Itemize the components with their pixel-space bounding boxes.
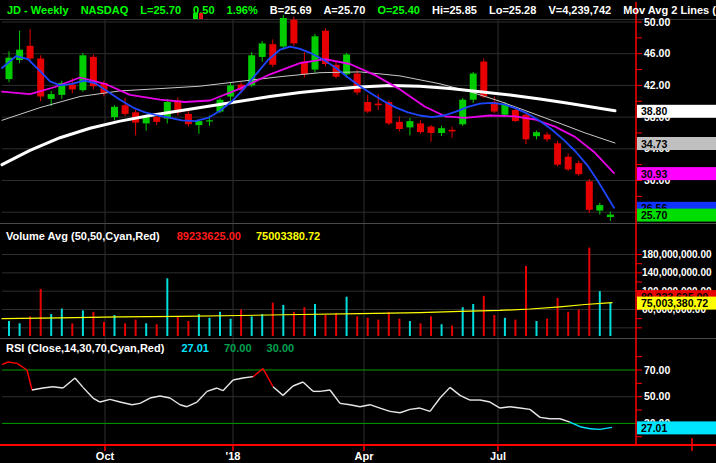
volume-bar xyxy=(177,316,179,336)
rsi-pane-label: RSI (Close,14,30,70,Cyan,Red) 27.01 70.0… xyxy=(6,342,294,354)
volume-bar xyxy=(187,321,189,336)
volume-bar xyxy=(82,310,84,336)
candlestick-body xyxy=(312,36,319,69)
volume-bar xyxy=(230,319,232,336)
volume-bar xyxy=(71,323,73,336)
low-price: Lo=25.28 xyxy=(489,4,536,16)
exchange-label: NASDAQ xyxy=(81,4,129,16)
volume-bar xyxy=(557,298,559,336)
candlestick-body xyxy=(533,132,540,136)
up-tick-marker-icon xyxy=(193,13,198,19)
volume-bar xyxy=(114,315,116,336)
candlestick-body xyxy=(79,55,86,90)
rsi-badge-text: 27.01 xyxy=(641,422,667,434)
volume-bar xyxy=(61,309,63,336)
volume-bar xyxy=(409,321,411,336)
volume-bar xyxy=(135,320,137,336)
volume-bar xyxy=(599,291,601,336)
volume-bar xyxy=(493,315,495,336)
volume-bar xyxy=(567,312,569,336)
candlestick-body xyxy=(596,205,603,211)
rsi-value: 27.01 xyxy=(181,342,209,354)
volume-bar xyxy=(377,320,379,336)
candlestick-body xyxy=(259,43,266,57)
chart-window: 50.0046.0042.0038.0034.0030.0026.00180,0… xyxy=(0,0,716,463)
volume-bar xyxy=(441,324,443,336)
candlestick-body xyxy=(449,130,456,132)
time-axis-label: Jul xyxy=(490,450,506,462)
volume-bar xyxy=(388,312,390,336)
volume-bar xyxy=(40,289,42,336)
volume-bar xyxy=(504,318,506,336)
candlestick-body xyxy=(607,215,614,217)
candlestick-body xyxy=(364,102,371,112)
volume-bar xyxy=(29,316,31,336)
rsi-upper-level: 70.00 xyxy=(224,342,252,354)
volume-bar xyxy=(367,318,369,336)
candlestick-body xyxy=(195,121,202,125)
candlestick-body xyxy=(122,105,129,114)
price-badge-text: 25.70 xyxy=(641,209,667,221)
candlestick-body xyxy=(48,94,55,99)
candlestick-body xyxy=(185,114,192,124)
candlestick-body xyxy=(459,100,466,125)
volume-pane-label: Volume Avg (50,50,Cyan,Red) 89233625.00 … xyxy=(6,230,320,242)
volume-bar xyxy=(356,316,358,336)
rsi-axis-label: 50.00 xyxy=(644,390,670,402)
candlestick-body xyxy=(280,18,287,47)
candlestick-body xyxy=(470,74,477,100)
volume-bar xyxy=(420,323,422,336)
volume-bar xyxy=(198,314,200,336)
volume-bar xyxy=(483,296,485,336)
open-price: O=25.40 xyxy=(377,4,420,16)
volume-bar xyxy=(325,315,327,336)
rsi-axis-label: 70.00 xyxy=(644,364,670,376)
candlestick-body xyxy=(438,128,445,133)
rsi-indicator-label[interactable]: RSI (Close,14,30,70,Cyan,Red) xyxy=(6,342,164,354)
volume-bar xyxy=(525,266,527,336)
high-price: Hi=25.85 xyxy=(432,4,477,16)
percent-change: 1.96% xyxy=(227,4,258,16)
volume-bar xyxy=(209,318,211,336)
volume-avg2-value: 75003380.72 xyxy=(256,230,320,242)
volume-bar xyxy=(314,304,316,336)
volume-bar xyxy=(261,314,263,336)
volume-bar xyxy=(145,323,147,336)
candlestick-body xyxy=(206,120,213,121)
candlestick-body xyxy=(111,107,118,117)
volume-axis-label: 180,000,000.00 xyxy=(642,249,712,260)
candlestick-body xyxy=(417,123,424,132)
price-badge-text: 34.73 xyxy=(641,138,667,150)
volume-bar xyxy=(272,303,274,336)
time-axis-label: Apr xyxy=(355,450,375,462)
quote-header: JD - Weekly NASDAQ L=25.70 0.50 1.96% B=… xyxy=(7,4,716,16)
volume-bar xyxy=(166,278,168,336)
volume-bar xyxy=(124,323,126,336)
price-axis-label: 42.00 xyxy=(644,79,670,91)
volume-bar xyxy=(346,297,348,336)
volume-bar xyxy=(103,322,105,336)
volume-bar xyxy=(293,312,295,336)
time-axis-label: '18 xyxy=(226,450,241,462)
candlestick-body xyxy=(396,122,403,129)
rsi-line-segment xyxy=(590,429,600,430)
volume-bar xyxy=(430,316,432,336)
volume-value: V=4,239,742 xyxy=(548,4,611,16)
candlestick-body xyxy=(69,85,76,90)
volume-bar xyxy=(156,324,158,336)
down-tick-marker-icon xyxy=(199,13,203,19)
candlestick-body xyxy=(290,20,297,44)
volume-bar xyxy=(8,321,10,336)
price-badge-text: 30.93 xyxy=(641,168,667,180)
volume-bar xyxy=(335,313,337,336)
volume-bar xyxy=(240,310,242,337)
volume-indicator-label[interactable]: Volume Avg (50,50,Cyan,Red) xyxy=(6,230,160,242)
candlestick-body xyxy=(27,46,34,59)
bid-price: B=25.69 xyxy=(270,4,312,16)
time-axis-label: Oct xyxy=(96,450,115,462)
indicator-name-truncated[interactable]: Mov Avg 2 Lines ( ... xyxy=(623,4,716,16)
volume-bar xyxy=(251,316,253,336)
volume-bar xyxy=(514,320,516,336)
price-axis-label: 50.00 xyxy=(644,16,670,28)
ask-price: A=25.70 xyxy=(323,4,365,16)
